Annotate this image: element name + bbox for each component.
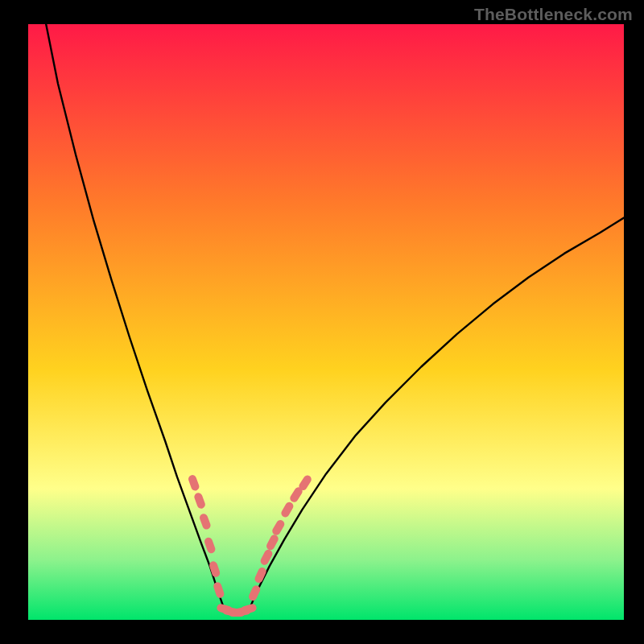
- chart-frame: TheBottleneck.com: [0, 0, 644, 644]
- watermark-text: TheBottleneck.com: [474, 5, 633, 24]
- plot-background: [28, 24, 624, 620]
- bottleneck-chart: [28, 24, 624, 620]
